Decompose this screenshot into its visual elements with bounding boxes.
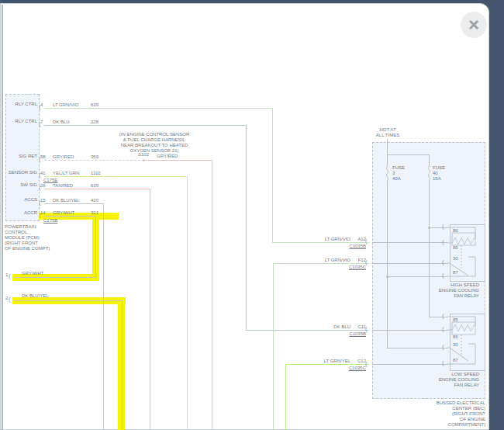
- low-speed-relay-icon: [446, 314, 486, 376]
- connector-icon: (: [39, 104, 41, 110]
- relay-pin: 85: [453, 317, 458, 323]
- fuse-rating: 15A: [433, 176, 441, 182]
- fuse-number: 40: [433, 171, 438, 176]
- wire-gry-red-dashed: [44, 160, 144, 161]
- connector-icon: (: [39, 172, 41, 179]
- connector-label: C1035C: [327, 265, 366, 270]
- wire-dk-blu-yel-pin2: [14, 300, 122, 301]
- pin-number: 26: [40, 183, 46, 189]
- connector-icon: (: [9, 296, 11, 303]
- wiring-diagram-viewer: RLY CTRL RLY CTRL SIG RET SENSOR SIG SW …: [0, 0, 504, 430]
- fuse40-to-hs86: [429, 227, 447, 228]
- wire-color-label: LT GRN/VIO: [301, 258, 350, 263]
- splice-dot: [143, 159, 145, 161]
- wire-tan-red: [44, 189, 150, 189]
- pcm-pin-function: ACCR: [5, 210, 37, 216]
- pin-number: A12: [352, 237, 366, 242]
- connector-icon: (: [39, 156, 41, 162]
- pcm-pin-function: RLY CTRL: [5, 119, 37, 124]
- connector-label: C1035C: [327, 366, 366, 371]
- fuse40-to-ls85: [429, 317, 447, 317]
- wire-color-label: TAN/RED: [53, 183, 73, 189]
- pcm-caption: (RIGHT FRONT: [5, 241, 38, 246]
- fuse-3-icon: [384, 166, 391, 181]
- harness-note: (IN ENGINE CONTROL SENSOR & FUEL CHARGE …: [107, 132, 202, 154]
- circuit-number: 639: [91, 102, 98, 108]
- fuse3-to-hs87: [387, 276, 447, 277]
- relay-pin: 30: [453, 342, 458, 348]
- connector-icon: (: [442, 344, 444, 350]
- pin-number: 2: [5, 296, 8, 301]
- connector-icon: (: [39, 121, 41, 127]
- connector-icon: (: [365, 326, 368, 332]
- connector-icon: (: [365, 238, 368, 244]
- wire-lt-grn-vio-f12: [273, 263, 274, 430]
- pin-number: 58: [40, 154, 46, 160]
- wire-dk-blu: [246, 125, 247, 330]
- circuit-number: 359: [91, 154, 98, 160]
- wire-color-label: DK BLU: [53, 120, 70, 125]
- bec-a12-internal: [372, 242, 447, 243]
- relay-pin: 86: [453, 228, 458, 234]
- connector-icon: (: [39, 199, 41, 206]
- connector-icon: (: [365, 361, 368, 367]
- connector-icon: (: [442, 224, 444, 230]
- wire-dk-blu-yel: [44, 203, 103, 204]
- connector-icon: (: [39, 212, 41, 218]
- junction-dot: [428, 227, 430, 229]
- wire-gry-red: [144, 160, 212, 161]
- wire-tan-red: [150, 189, 150, 430]
- wire-yel-lt-grn: [44, 176, 187, 177]
- bec-feed-fuse40: [429, 154, 430, 167]
- connector-label: C175E: [43, 178, 57, 183]
- pin-number: 1: [5, 272, 8, 278]
- wire-color-label: LT GRN/VIO: [53, 102, 78, 108]
- connector-label: C1035B: [327, 244, 366, 249]
- pin-number: 15: [40, 198, 46, 203]
- relay-pin: 87: [453, 358, 458, 363]
- high-speed-relay-icon: [446, 224, 486, 286]
- wire-color-label: DK BLU: [301, 324, 350, 330]
- wire-color-label: LT GRN/VIO: [301, 237, 350, 242]
- wire-color-label: DK BLU/YEL: [53, 198, 80, 203]
- pin-number: C11: [352, 324, 366, 330]
- pin-number: F12: [352, 258, 366, 263]
- bec-feed-branch: [387, 154, 429, 155]
- bec-c12-internal: [372, 364, 447, 365]
- pcm-caption: MODULE (PCM): [5, 235, 40, 241]
- wire-dk-blu: [44, 125, 246, 126]
- pin-number: 14: [40, 210, 46, 216]
- connector-icon: (: [442, 272, 444, 279]
- fuse3-output: [387, 180, 388, 348]
- pin-number: 41: [40, 171, 46, 176]
- connector-icon: (: [9, 273, 11, 279]
- relay-pin: 30: [453, 256, 458, 262]
- wire-dk-blu-yel: [103, 203, 104, 430]
- wire-gry-wht-pin1: [14, 277, 95, 278]
- wire-lt-grn-yel-c12: [285, 364, 369, 365]
- connector-icon: (: [39, 185, 41, 191]
- pcm-pin-function: SIG RET: [5, 154, 37, 159]
- bec-power-feed: [387, 139, 388, 167]
- connector-label: C1035B: [327, 331, 366, 337]
- wire-dk-blu-c11: [246, 330, 369, 331]
- close-icon: ×: [468, 16, 479, 34]
- diagram-canvas[interactable]: RLY CTRL RLY CTRL SIG RET SENSOR SIG SW …: [0, 0, 489, 430]
- bec-c11-internal: [372, 330, 447, 331]
- connector-icon: (: [442, 239, 444, 245]
- connector-icon: (: [442, 259, 444, 265]
- wire-lt-grn-vio-f12: [273, 263, 369, 264]
- wire-gry-wht: [44, 216, 95, 217]
- circuit-number: 639: [91, 183, 98, 189]
- close-button[interactable]: ×: [461, 12, 487, 38]
- pcm-pin-function: RLY CTRL: [5, 102, 37, 107]
- relay-pin: 87: [453, 270, 458, 276]
- circuit-number: 321: [91, 210, 98, 216]
- pcm-pin-function: SW SIG: [5, 182, 37, 188]
- fuse-title: FUSE: [433, 165, 445, 171]
- circuit-number: 420: [91, 198, 98, 203]
- fuse3-to-ls30: [387, 348, 447, 349]
- pcm-pin-function: SENSOR SIG: [5, 170, 37, 175]
- wire-gry-red: [212, 160, 212, 430]
- splice-label: S102: [135, 152, 152, 158]
